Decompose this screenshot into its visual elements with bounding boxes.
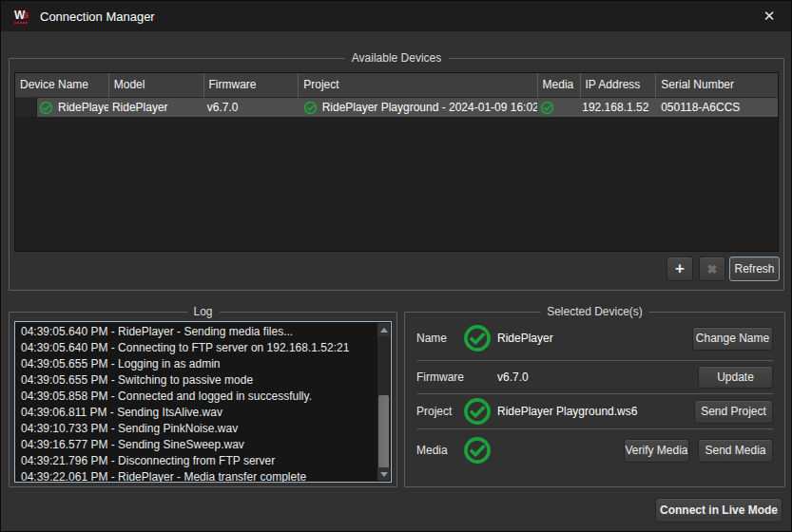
device-project-cell: RidePlayer Playground - 2024-01-09 16:02… (322, 98, 538, 117)
selected-project-row: Project RidePlayer Playground.ws6 Send P… (405, 394, 784, 428)
selected-name-row: Name RidePlayer Change Name (405, 316, 784, 360)
available-devices-group: Available Devices Device Name Model Firm… (9, 58, 784, 291)
log-scrollbar[interactable] (377, 323, 390, 481)
selected-name-value: RidePlayer (497, 332, 553, 345)
scrollbar-thumb[interactable] (378, 395, 389, 471)
log-entry: 04:39:10.733 PM - Sending PinkNoise.wav (21, 421, 391, 437)
log-entry: 04:39:05.655 PM - Switching to passive m… (21, 372, 391, 389)
column-header-serial-number: Serial Number (656, 73, 778, 98)
add-device-button[interactable]: + (666, 256, 693, 281)
device-serial-cell: 050118-A6CCS (656, 98, 778, 117)
row-header-cell[interactable] (15, 98, 37, 117)
titlebar: W s Connection Manager ✕ (1, 1, 791, 31)
column-header-firmware: Firmware (204, 73, 299, 98)
send-media-button[interactable]: Send Media (698, 439, 773, 463)
device-model-cell: RidePlayer (108, 98, 203, 117)
media-ok-icon (540, 101, 554, 115)
log-label: Log (186, 305, 219, 318)
log-entry: 04:39:16.577 PM - Sending SineSweep.wav (21, 437, 391, 453)
project-ok-icon (463, 397, 492, 426)
column-header-model: Model (109, 73, 204, 98)
device-firmware-cell: v6.7.0 (203, 98, 299, 117)
available-devices-label: Available Devices (345, 51, 449, 65)
log-entry: 04:39:06.811 PM - Sending ItsAlive.wav (21, 405, 391, 421)
selected-project-value: RidePlayer Playground.ws6 (497, 405, 637, 418)
refresh-button[interactable]: Refresh (729, 256, 780, 281)
selected-media-row: Media Verify Media Send Media (405, 429, 784, 471)
project-label: Project (416, 405, 463, 418)
scroll-up-icon[interactable] (377, 323, 390, 336)
column-header-device-name: Device Name (15, 73, 109, 98)
update-firmware-button[interactable]: Update (698, 366, 773, 389)
log-entry: 04:39:05.858 PM - Connected and logged i… (21, 389, 391, 405)
selected-firmware-row: Firmware v6.7.0 Update (405, 361, 784, 393)
log-entry: 04:39:21.796 PM - Disconnecting from FTP… (21, 453, 391, 469)
log-entry: 04:39:05.640 PM - Connecting to FTP serv… (21, 340, 391, 356)
send-project-button[interactable]: Send Project (694, 400, 773, 424)
remove-device-button[interactable]: ✖ (699, 256, 725, 281)
selected-devices-group: Selected Device(s) Name RidePlayer Chang… (404, 312, 785, 487)
logo-letter-s: s (23, 10, 29, 20)
selected-firmware-value: v6.7.0 (497, 370, 529, 384)
column-header-project: Project (299, 73, 537, 98)
device-name-cell: RidePlayer (58, 98, 108, 117)
media-ok-icon (463, 436, 492, 465)
column-header-media: Media (538, 73, 581, 98)
connection-manager-dialog: W s Connection Manager ✕ Available Devic… (0, 0, 792, 532)
connect-live-mode-button[interactable]: Connect in Live Mode (655, 498, 782, 522)
log-entry: 04:39:05.640 PM - RidePlayer - Sending m… (21, 324, 391, 340)
log-list[interactable]: 04:39:05.640 PM - RidePlayer - Sending m… (14, 321, 392, 483)
change-name-button[interactable]: Change Name (692, 327, 773, 351)
log-group: Log 04:39:05.640 PM - RidePlayer - Sendi… (9, 312, 397, 487)
firmware-label: Firmware (416, 370, 463, 384)
device-row[interactable]: RidePlayer RidePlayer v6.7.0 RidePlayer … (15, 98, 778, 117)
log-entry: 04:39:22.061 PM - RidePlayer - Media tra… (21, 469, 391, 483)
scroll-down-icon[interactable] (377, 467, 390, 481)
media-label: Media (416, 444, 463, 457)
window-title: Connection Manager (40, 10, 155, 24)
log-entry: 04:39:05.655 PM - Logging in as admin (21, 356, 391, 372)
name-label: Name (416, 332, 463, 345)
close-icon[interactable]: ✕ (755, 5, 783, 28)
devices-table[interactable]: Device Name Model Firmware Project Media… (14, 72, 779, 252)
logo-underline (14, 22, 29, 24)
device-ip-cell: 192.168.1.52 (580, 98, 656, 117)
app-logo-icon: W s (11, 7, 31, 27)
project-ok-icon (303, 101, 318, 115)
device-connected-icon (39, 101, 53, 115)
devices-table-header: Device Name Model Firmware Project Media… (15, 73, 778, 98)
verify-media-button[interactable]: Verify Media (624, 439, 689, 463)
name-ok-icon (463, 324, 492, 352)
column-header-ip-address: IP Address (581, 73, 657, 98)
